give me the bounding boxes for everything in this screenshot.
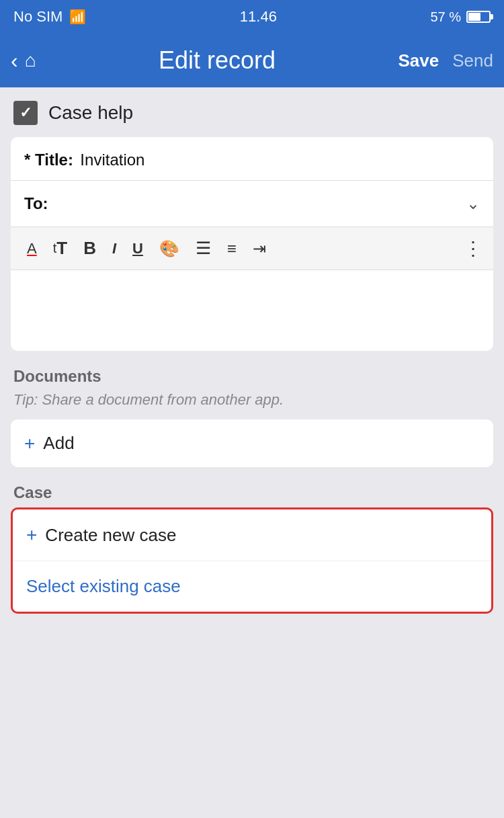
checkmark-icon: ✓ (19, 104, 32, 122)
documents-tip: Tip: Share a document from another app. (11, 391, 493, 409)
carrier-label: No SIM (13, 8, 62, 26)
nav-bar: ‹ ⌂ Edit record Save Send (0, 34, 504, 87)
main-content: ✓ Case help * Title: Invitation To: ⌄ A … (0, 87, 504, 627)
indent-button[interactable]: ⇥ (247, 235, 271, 262)
formatting-toolbar: A tT B I U 🎨 ☰ ≡ ⇥ ⋮ (11, 227, 493, 270)
select-case-label[interactable]: Select existing case (26, 576, 181, 597)
case-help-row: ✓ Case help (11, 101, 493, 125)
create-case-plus-icon: + (26, 524, 37, 546)
create-case-label: Create new case (45, 525, 176, 546)
create-new-case-row[interactable]: + Create new case (13, 509, 491, 561)
to-field-row[interactable]: To: ⌄ (11, 181, 493, 227)
status-bar: No SIM 📶 11.46 57 % (0, 0, 504, 34)
title-value[interactable]: Invitation (80, 151, 144, 169)
documents-add-card: + Add (11, 419, 493, 467)
chevron-down-icon: ⌄ (466, 194, 480, 213)
add-document-plus-icon: + (24, 434, 35, 453)
palette-button[interactable]: 🎨 (154, 235, 185, 262)
title-label: * Title: (24, 151, 73, 169)
documents-section-header: Documents (11, 367, 493, 386)
add-document-label: Add (43, 433, 74, 454)
underline-button[interactable]: U (127, 236, 149, 261)
home-icon[interactable]: ⌂ (25, 50, 36, 71)
clock: 11.46 (240, 8, 277, 26)
font-color-button[interactable]: A (22, 236, 42, 261)
text-size-button[interactable]: tT (48, 234, 73, 263)
title-field-row: * Title: Invitation (11, 137, 493, 181)
case-section-header: Case (11, 483, 493, 502)
nav-actions: Save Send (398, 50, 493, 71)
compose-card: * Title: Invitation To: ⌄ A tT B I U 🎨 ☰… (11, 137, 493, 351)
add-document-row[interactable]: + Add (11, 419, 493, 467)
back-button[interactable]: ‹ ⌂ (11, 50, 36, 71)
case-options-card: + Create new case Select existing case (11, 507, 493, 614)
save-button[interactable]: Save (398, 50, 439, 71)
case-help-checkbox[interactable]: ✓ (13, 101, 38, 125)
wifi-icon: 📶 (69, 9, 86, 25)
battery-label: 57 % (430, 9, 461, 25)
select-existing-case-row[interactable]: Select existing case (13, 561, 491, 612)
send-button[interactable]: Send (452, 50, 493, 71)
to-label: To: (24, 194, 48, 213)
italic-button[interactable]: I (107, 236, 122, 261)
more-options-button[interactable]: ⋮ (464, 237, 482, 259)
bold-button[interactable]: B (78, 234, 101, 263)
status-left: No SIM 📶 (13, 8, 86, 26)
email-body-editor[interactable] (11, 270, 493, 351)
page-title: Edit record (36, 46, 398, 75)
list-button[interactable]: ≡ (222, 235, 242, 262)
case-section: Case + Create new case Select existing c… (11, 483, 493, 614)
battery-icon (466, 11, 491, 23)
back-arrow-icon: ‹ (11, 50, 18, 71)
case-help-label: Case help (48, 102, 133, 124)
status-right: 57 % (430, 9, 491, 25)
align-button[interactable]: ☰ (190, 234, 216, 263)
